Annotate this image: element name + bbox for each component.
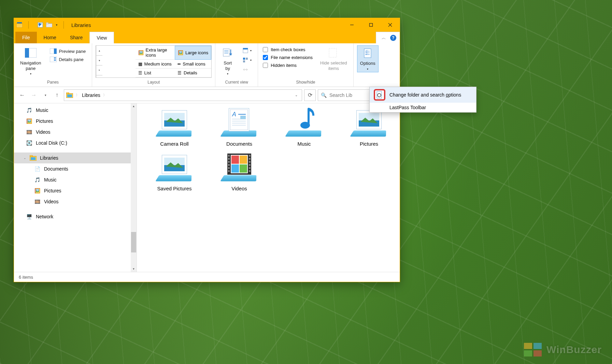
- scroll-up-icon[interactable]: ▲: [131, 103, 137, 109]
- layout-large[interactable]: 🖼️Large icons: [175, 46, 211, 60]
- tab-home[interactable]: Home: [37, 32, 63, 43]
- hide-selected-items-button[interactable]: Hide selected items: [317, 45, 350, 72]
- scroll-down-icon[interactable]: ▼: [131, 266, 137, 272]
- svg-rect-64: [249, 158, 251, 160]
- forward-button[interactable]: →: [29, 90, 39, 100]
- svg-rect-25: [329, 48, 337, 57]
- sidebar-item-network[interactable]: 🖥️Network: [14, 211, 137, 222]
- videos-icon: 🎞️: [26, 129, 32, 135]
- svg-rect-58: [228, 158, 230, 160]
- layout-scroll-down[interactable]: ▼: [96, 56, 102, 65]
- item-documents[interactable]: A Documents: [209, 108, 270, 147]
- navigation-pane-button[interactable]: Navigation pane ▾: [17, 45, 44, 77]
- menu-change-folder-options[interactable]: Change folder and search options: [370, 87, 476, 103]
- sidebar-item-libraries[interactable]: ⌄Libraries: [14, 152, 137, 163]
- options-button[interactable]: Options ▾: [357, 45, 379, 72]
- sidebar-item-pictures[interactable]: 🖼️Pictures: [14, 116, 137, 127]
- preview-pane-button[interactable]: Preview pane: [47, 47, 88, 55]
- ribbon-collapse-icon[interactable]: ︿: [382, 35, 386, 41]
- layout-gallery: 🖼️Extra large icons 🖼️Large icons ▲ ▼ ▾ …: [96, 45, 212, 78]
- navigation-row: ← → ▾ ↑ 〉 Libraries 〉 ⌄ ⟳ 🔍: [14, 87, 400, 103]
- svg-rect-32: [67, 94, 72, 97]
- chevron-right-icon[interactable]: 〉: [102, 93, 107, 98]
- qat-newfolder-icon[interactable]: [46, 21, 53, 28]
- folder-options-icon: [374, 89, 385, 101]
- sidebar-item-lib-documents[interactable]: 📄Documents: [14, 163, 137, 174]
- group-by-button[interactable]: ▾: [240, 56, 254, 64]
- help-icon[interactable]: ?: [390, 35, 396, 41]
- svg-rect-68: [249, 170, 251, 172]
- item-music[interactable]: Music: [273, 108, 335, 147]
- layout-large-icon: 🖼️: [178, 50, 183, 55]
- add-columns-button[interactable]: ▾: [240, 47, 254, 54]
- svg-rect-3: [39, 23, 41, 25]
- chevron-right-icon[interactable]: 〉: [75, 93, 80, 98]
- search-icon: 🔍: [321, 92, 327, 98]
- tab-view[interactable]: View: [89, 32, 114, 43]
- qat-properties-icon[interactable]: [37, 21, 44, 28]
- refresh-button[interactable]: ⟳: [304, 89, 316, 101]
- menu-lastpass-toolbar[interactable]: LastPass Toolbar: [370, 103, 476, 112]
- tab-share[interactable]: Share: [63, 32, 89, 43]
- file-name-extensions-check[interactable]: File name extensions: [261, 54, 314, 61]
- layout-extra-large[interactable]: 🖼️Extra large icons: [136, 46, 175, 60]
- svg-rect-4: [46, 24, 52, 27]
- status-item-count: 6 items: [19, 275, 33, 280]
- layout-small[interactable]: ▪▪Small icons: [175, 60, 211, 69]
- layout-small-icon: ▪▪: [177, 61, 181, 67]
- svg-rect-54: [240, 156, 247, 164]
- hidden-items-check[interactable]: Hidden items: [261, 62, 314, 69]
- svg-rect-56: [240, 164, 247, 173]
- sidebar-item-music[interactable]: 🎵Music: [14, 105, 137, 116]
- options-icon: [361, 47, 374, 59]
- layout-details[interactable]: ☰Details: [175, 69, 211, 77]
- address-bar[interactable]: 〉 Libraries 〉 ⌄: [64, 89, 302, 101]
- layout-list[interactable]: ☰List: [136, 69, 175, 77]
- svg-rect-5: [46, 23, 48, 24]
- details-pane-button[interactable]: Details pane: [47, 56, 88, 63]
- item-camera-roll[interactable]: Camera Roll: [144, 108, 205, 147]
- sort-by-button[interactable]: Sort by ▾: [219, 45, 237, 77]
- sidebar-item-localdisk[interactable]: 💽Local Disk (C:): [14, 137, 137, 148]
- svg-rect-66: [249, 164, 251, 166]
- up-button[interactable]: ↑: [52, 90, 62, 100]
- minimize-button[interactable]: [342, 18, 361, 32]
- svg-rect-22: [243, 58, 245, 60]
- sidebar-item-lib-videos[interactable]: 🎞️Videos: [14, 196, 137, 207]
- group-layout-label: Layout: [147, 78, 160, 86]
- svg-rect-34: [30, 155, 32, 157]
- group-layout: 🖼️Extra large icons 🖼️Large icons ▲ ▼ ▾ …: [92, 43, 215, 87]
- svg-rect-0: [17, 22, 22, 24]
- watermark-logo-icon: [524, 343, 543, 356]
- item-pictures[interactable]: Pictures: [338, 108, 400, 147]
- sidebar-item-videos[interactable]: 🎞️Videos: [14, 127, 137, 137]
- breadcrumb-libraries[interactable]: Libraries: [82, 92, 100, 98]
- pictures-icon: 🖼️: [34, 187, 41, 194]
- layout-medium[interactable]: ▦Medium icons: [136, 60, 175, 69]
- svg-rect-24: [243, 60, 245, 62]
- item-check-boxes-check[interactable]: Item check boxes: [261, 46, 314, 53]
- sidebar-item-lib-music[interactable]: 🎵Music: [14, 174, 137, 185]
- window-title: Libraries: [71, 22, 91, 28]
- address-dropdown[interactable]: ⌄: [293, 93, 300, 97]
- scroll-thumb[interactable]: [131, 232, 136, 252]
- sidebar-scrollbar[interactable]: ▲ ▼: [131, 103, 137, 272]
- back-button[interactable]: ←: [17, 90, 27, 100]
- explorer-window: ▼ Libraries File Home Share View ︿ ? Na: [14, 18, 400, 282]
- svg-rect-35: [31, 157, 35, 160]
- sidebar-item-lib-pictures[interactable]: 🖼️Pictures: [14, 185, 137, 196]
- qat-customize-icon[interactable]: ▼: [55, 24, 58, 27]
- layout-scroll-up[interactable]: ▲: [96, 46, 102, 56]
- tab-file[interactable]: File: [15, 32, 37, 43]
- item-saved-pictures[interactable]: Saved Pictures: [144, 153, 205, 191]
- music-icon: 🎵: [34, 176, 41, 183]
- svg-rect-13: [54, 57, 56, 58]
- close-button[interactable]: [381, 18, 400, 32]
- recent-locations-button[interactable]: ▾: [41, 90, 50, 100]
- maximize-button[interactable]: [361, 18, 381, 32]
- layout-expand[interactable]: ▾: [96, 65, 102, 75]
- svg-rect-67: [249, 167, 251, 169]
- item-videos[interactable]: Videos: [209, 153, 270, 191]
- group-show-hide: Item check boxes File name extensions Hi…: [258, 43, 354, 87]
- size-columns-button[interactable]: [240, 66, 254, 73]
